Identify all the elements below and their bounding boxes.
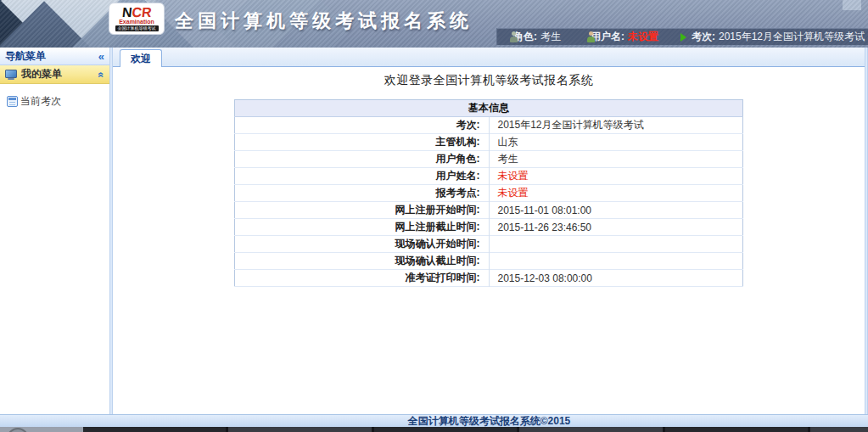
ncre-logo: NCR Examination 全国计算机等级考试 — [109, 3, 165, 35]
row-label: 现场确认开始时间: — [235, 236, 490, 253]
tab-welcome[interactable]: 欢迎 — [120, 49, 162, 67]
row-label: 网上注册开始时间: — [235, 202, 490, 219]
username-value: 未设置 — [628, 30, 658, 44]
sidebar-item-current-exam[interactable]: 当前考次 — [7, 94, 109, 109]
row-value — [489, 236, 743, 253]
sidebar-group-my-menu[interactable]: 我的菜单 « — [0, 65, 109, 84]
main-content: 欢迎 欢迎登录全国计算机等级考试报名系统 基本信息 考次:2015年12月全国计… — [113, 48, 865, 414]
role-value: 考生 — [540, 30, 561, 44]
row-value: 未设置 — [489, 168, 743, 185]
status-bar: 角色: 考生 用户名: 未设置 考次: 2015年12月全国计算机等级考试 退出 — [496, 28, 868, 45]
username-label: 用户名: — [591, 30, 624, 44]
footer-text: 全国计算机等级考试报名系统©2015 — [408, 414, 571, 429]
table-row: 用户角色:考生 — [235, 151, 743, 168]
sidebar: 导航菜单 « 我的菜单 « 当前考次 — [0, 48, 109, 414]
row-label: 用户角色: — [235, 151, 490, 168]
collapse-sidebar-icon[interactable]: « — [98, 50, 104, 63]
row-label: 主管机构: — [235, 134, 490, 151]
table-row: 用户姓名:未设置 — [235, 168, 743, 185]
app-title: 全国计算机等级考试报名系统 — [175, 8, 473, 34]
chevron-up-icon: « — [96, 71, 108, 77]
page: NCR Examination 全国计算机等级考试 全国计算机等级考试报名系统 … — [0, 0, 868, 432]
row-label: 准考证打印时间: — [235, 270, 490, 287]
table-header-row: 基本信息 — [235, 100, 743, 117]
monitor-icon — [5, 70, 17, 80]
row-value: 山东 — [489, 134, 743, 151]
row-value: 2015-12-03 08:00:00 — [489, 270, 743, 287]
sidebar-group-label: 我的菜单 — [21, 67, 98, 81]
exam-doc-icon — [7, 96, 18, 107]
row-value: 2015年12月全国计算机等级考试 — [489, 117, 743, 134]
table-row: 准考证打印时间:2015-12-03 08:00:00 — [235, 270, 743, 287]
row-label: 考次: — [235, 117, 490, 134]
session-label: 考次: — [692, 30, 715, 44]
welcome-heading: 欢迎登录全国计算机等级考试报名系统 — [113, 73, 865, 88]
logo-strip-text: 全国计算机等级考试 — [115, 25, 159, 31]
taskbar-strip — [0, 427, 868, 432]
row-value: 未设置 — [489, 185, 743, 202]
table-row: 网上注册截止时间:2015-11-26 23:46:50 — [235, 219, 743, 236]
row-label: 用户姓名: — [235, 168, 490, 185]
table-header-title: 基本信息 — [235, 100, 743, 117]
row-value — [489, 253, 743, 270]
play-icon — [680, 33, 686, 42]
taskbar-segments — [83, 427, 868, 432]
right-gutter — [865, 48, 868, 414]
row-value: 考生 — [489, 151, 743, 168]
table-row: 现场确认截止时间: — [235, 253, 743, 270]
tab-strip: 欢迎 — [113, 48, 865, 67]
table-row: 网上注册开始时间:2015-11-01 08:01:00 — [235, 202, 743, 219]
table-row: 主管机构:山东 — [235, 134, 743, 151]
sidebar-title: 导航菜单 — [5, 49, 46, 64]
sidebar-item-label: 当前考次 — [20, 94, 61, 109]
row-label: 报考考点: — [235, 185, 490, 202]
page-footer: 全国计算机等级考试报名系统©2015 — [0, 414, 868, 427]
row-value: 2015-11-26 23:46:50 — [489, 219, 743, 236]
sidebar-body: 当前考次 — [0, 84, 109, 109]
logo-ncr-text: NCR — [121, 6, 152, 19]
sidebar-header: 导航菜单 « — [0, 48, 109, 65]
row-value: 2015-11-01 08:01:00 — [489, 202, 743, 219]
logo-examination-text: Examination — [119, 19, 154, 25]
app-header: NCR Examination 全国计算机等级考试 全国计算机等级考试报名系统 … — [0, 0, 868, 48]
table-row: 现场确认开始时间: — [235, 236, 743, 253]
row-label: 现场确认截止时间: — [235, 253, 490, 270]
table-row: 报考考点:未设置 — [235, 185, 743, 202]
session-value: 2015年12月全国计算机等级考试 — [719, 30, 865, 44]
row-label: 网上注册截止时间: — [235, 219, 490, 236]
basic-info-table: 基本信息 考次:2015年12月全国计算机等级考试主管机构:山东用户角色:考生用… — [234, 99, 743, 287]
table-row: 考次:2015年12月全国计算机等级考试 — [235, 117, 743, 134]
